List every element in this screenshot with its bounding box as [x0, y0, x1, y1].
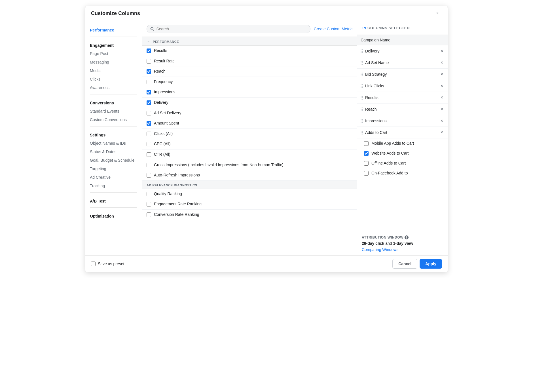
- metric-label-ad-set-delivery[interactable]: Ad Set Delivery: [154, 110, 181, 116]
- sidebar-item-ad-creative[interactable]: Ad Creative: [85, 173, 142, 182]
- drag-handle-bid-strategy[interactable]: [361, 73, 363, 76]
- metric-label-conversion-rate-ranking[interactable]: Conversion Rate Ranking: [154, 212, 199, 218]
- checkbox-mobile-app-adds-to-cart[interactable]: [364, 141, 369, 146]
- metric-row-engagement-rate-ranking[interactable]: Engagement Rate Ranking: [142, 199, 357, 210]
- metric-label-auto-refresh-impressions[interactable]: Auto-Refresh Impressions: [154, 172, 200, 178]
- label-offline-adds-to-cart[interactable]: Offline Adds to Cart: [371, 161, 406, 165]
- metric-label-delivery[interactable]: Delivery: [154, 100, 168, 106]
- sidebar-item-clicks[interactable]: Clicks: [85, 75, 142, 83]
- metric-checkbox-clicks-all[interactable]: [147, 132, 151, 136]
- metric-checkbox-gross-impressions[interactable]: [147, 163, 151, 167]
- drag-handle-link-clicks[interactable]: [361, 84, 363, 88]
- metric-row-ad-set-delivery[interactable]: Ad Set Delivery: [142, 108, 357, 119]
- sidebar-header-ab-test[interactable]: A/B Test: [85, 195, 142, 205]
- metric-label-gross-impressions[interactable]: Gross Impressions (Includes Invalid Impr…: [154, 162, 283, 168]
- remove-link-clicks-button[interactable]: ×: [439, 83, 444, 89]
- metric-checkbox-impressions[interactable]: [147, 90, 151, 94]
- metric-checkbox-engagement-rate-ranking[interactable]: [147, 202, 151, 206]
- sidebar-item-custom-conversions[interactable]: Custom Conversions: [85, 115, 142, 124]
- metric-row-results[interactable]: Results: [142, 46, 357, 56]
- cancel-button[interactable]: Cancel: [392, 259, 417, 269]
- remove-delivery-button[interactable]: ×: [439, 48, 444, 54]
- metric-checkbox-reach[interactable]: [147, 69, 151, 74]
- remove-impressions-button[interactable]: ×: [439, 118, 444, 124]
- metric-label-impressions[interactable]: Impressions: [154, 89, 175, 95]
- metric-row-delivery[interactable]: Delivery: [142, 98, 357, 108]
- collapse-icon[interactable]: −: [147, 40, 151, 44]
- remove-ad-set-name-button[interactable]: ×: [439, 60, 444, 66]
- apply-button[interactable]: Apply: [420, 259, 442, 269]
- remove-reach-button[interactable]: ×: [439, 106, 444, 112]
- sidebar-item-goal-budget-schedule[interactable]: Goal, Budget & Schedule: [85, 156, 142, 165]
- metric-row-conversion-rate-ranking[interactable]: Conversion Rate Ranking: [142, 210, 357, 220]
- sub-item-on-facebook-add-to[interactable]: On-Facebook Add to: [357, 168, 448, 178]
- sidebar-item-awareness[interactable]: Awareness: [85, 83, 142, 92]
- metric-label-engagement-rate-ranking[interactable]: Engagement Rate Ranking: [154, 201, 202, 207]
- metric-label-result-rate[interactable]: Result Rate: [154, 58, 175, 64]
- sidebar-item-object-names-ids[interactable]: Object Names & IDs: [85, 139, 142, 147]
- metric-checkbox-ad-set-delivery[interactable]: [147, 111, 151, 115]
- metric-checkbox-results[interactable]: [147, 49, 151, 53]
- metric-row-cpc-all[interactable]: CPC (All): [142, 139, 357, 149]
- metric-checkbox-auto-refresh-impressions[interactable]: [147, 173, 151, 178]
- search-input[interactable]: [156, 27, 306, 31]
- label-mobile-app-adds-to-cart[interactable]: Mobile App Adds to Cart: [371, 141, 414, 146]
- metric-row-clicks-all[interactable]: Clicks (All): [142, 129, 357, 139]
- attribution-info-icon[interactable]: i: [405, 235, 409, 239]
- sidebar-item-page-post[interactable]: Page Post: [85, 49, 142, 58]
- metric-label-ctr-all[interactable]: CTR (All): [154, 152, 170, 157]
- drag-handle-delivery[interactable]: [361, 49, 363, 53]
- metric-row-result-rate[interactable]: Result Rate: [142, 56, 357, 67]
- comparing-windows-link[interactable]: Comparing Windows: [362, 247, 443, 252]
- metric-checkbox-frequency[interactable]: [147, 80, 151, 84]
- metric-label-clicks-all[interactable]: Clicks (All): [154, 131, 173, 137]
- metric-label-frequency[interactable]: Frequency: [154, 79, 173, 85]
- sub-item-offline-adds-to-cart[interactable]: Offline Adds to Cart: [357, 158, 448, 168]
- sub-item-mobile-app-adds-to-cart[interactable]: Mobile App Adds to Cart: [357, 138, 448, 148]
- checkbox-offline-adds-to-cart[interactable]: [364, 161, 369, 166]
- save-preset-checkbox[interactable]: [91, 262, 96, 266]
- metric-label-reach[interactable]: Reach: [154, 69, 165, 74]
- sidebar-header-optimization[interactable]: Optimization: [85, 210, 142, 220]
- drag-handle-impressions[interactable]: [361, 119, 363, 123]
- metric-checkbox-delivery[interactable]: [147, 100, 151, 105]
- metric-row-quality-ranking[interactable]: Quality Ranking: [142, 189, 357, 199]
- checkbox-website-adds-to-cart[interactable]: [364, 151, 369, 156]
- drag-handle-ad-set-name[interactable]: [361, 61, 363, 65]
- checkbox-on-facebook-add-to[interactable]: [364, 171, 369, 176]
- drag-handle-results[interactable]: [361, 96, 363, 100]
- metric-checkbox-ctr-all[interactable]: [147, 152, 151, 157]
- metric-row-reach[interactable]: Reach: [142, 66, 357, 77]
- metric-label-quality-ranking[interactable]: Quality Ranking: [154, 191, 182, 197]
- metric-label-cpc-all[interactable]: CPC (All): [154, 141, 170, 147]
- sidebar-item-standard-events[interactable]: Standard Events: [85, 107, 142, 115]
- metric-row-gross-impressions[interactable]: Gross Impressions (Includes Invalid Impr…: [142, 160, 357, 170]
- drag-handle-reach[interactable]: [361, 108, 363, 111]
- label-website-adds-to-cart[interactable]: Website Adds to Cart: [371, 151, 409, 155]
- label-on-facebook-add-to[interactable]: On-Facebook Add to: [371, 171, 408, 175]
- metric-row-auto-refresh-impressions[interactable]: Auto-Refresh Impressions: [142, 170, 357, 181]
- metric-row-frequency[interactable]: Frequency: [142, 77, 357, 87]
- remove-bid-strategy-button[interactable]: ×: [439, 71, 444, 77]
- metric-checkbox-quality-ranking[interactable]: [147, 192, 151, 196]
- metric-row-ctr-all[interactable]: CTR (All): [142, 149, 357, 160]
- drag-handle-adds-to-cart[interactable]: [361, 131, 363, 134]
- metric-checkbox-cpc-all[interactable]: [147, 142, 151, 146]
- metric-checkbox-amount-spent[interactable]: [147, 121, 151, 126]
- create-custom-metric-link[interactable]: Create Custom Metric: [314, 27, 352, 31]
- sidebar-item-performance[interactable]: Performance: [85, 26, 142, 34]
- metric-row-impressions[interactable]: Impressions: [142, 87, 357, 98]
- metric-row-amount-spent[interactable]: Amount Spent: [142, 118, 357, 129]
- sidebar-item-status-dates[interactable]: Status & Dates: [85, 147, 142, 156]
- remove-results-button[interactable]: ×: [439, 95, 444, 100]
- sidebar-item-tracking[interactable]: Tracking: [85, 182, 142, 190]
- sidebar-item-targeting[interactable]: Targeting: [85, 165, 142, 173]
- sidebar-item-media[interactable]: Media: [85, 66, 142, 75]
- sub-item-website-adds-to-cart[interactable]: Website Adds to Cart: [357, 148, 448, 158]
- metric-label-results[interactable]: Results: [154, 48, 167, 54]
- metric-label-amount-spent[interactable]: Amount Spent: [154, 121, 179, 126]
- sidebar-item-messaging[interactable]: Messaging: [85, 58, 142, 66]
- metric-checkbox-result-rate[interactable]: [147, 59, 151, 64]
- close-icon[interactable]: ×: [436, 11, 442, 16]
- remove-adds-to-cart-button[interactable]: ×: [439, 130, 444, 135]
